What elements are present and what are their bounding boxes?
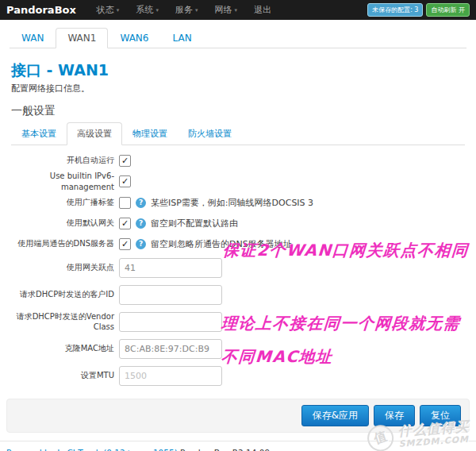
- nav-item-logout[interactable]: 退出: [254, 4, 271, 16]
- caret-down-icon: ▾: [155, 7, 159, 13]
- client-id-input[interactable]: [119, 285, 222, 305]
- form-row: Use builtin IPv6-management✓: [5, 171, 465, 192]
- field-control: ✓?留空则不配置默认路由: [119, 218, 238, 229]
- form-row: 请求DHCP时发送的客户ID: [5, 281, 465, 308]
- nav-item-services[interactable]: 服务▾: [175, 4, 198, 16]
- caret-down-icon: ▾: [234, 7, 237, 13]
- field-label: 请求DHCP时发送的Vendor Class: [5, 311, 119, 333]
- save-apply-button[interactable]: 保存&应用: [301, 405, 369, 426]
- field-label: 使用网关跃点: [5, 262, 119, 273]
- ipv6-management-checkbox[interactable]: ✓: [119, 175, 131, 187]
- form-row: 使用广播标签?某些ISP需要，例如:同轴线网络DOCSIS 3: [5, 192, 465, 213]
- caret-down-icon: ▾: [117, 7, 120, 13]
- footer-powered-link[interactable]: Powered by LuCI Trunk (0.12+svn-r1055): [6, 448, 178, 451]
- tab-basic-settings[interactable]: 基本设置: [11, 122, 67, 145]
- help-text: 某些ISP需要，例如:同轴线网络DOCSIS 3: [151, 197, 313, 209]
- tab-advanced-settings[interactable]: 高级设置: [67, 122, 122, 145]
- settings-tabs: 基本设置高级设置物理设置防火墙设置: [11, 122, 465, 145]
- gateway-metric-input[interactable]: [119, 258, 222, 278]
- nav-item-label: 服务: [175, 4, 193, 16]
- main-content: 接口 - WAN1 配置网络接口信息。 一般设置 基本设置高级设置物理设置防火墙…: [0, 60, 476, 389]
- nav-item-network[interactable]: 网络▾: [214, 4, 237, 16]
- nav-item-label: 网络: [214, 4, 232, 16]
- help-text: 留空则不配置默认路由: [151, 218, 238, 229]
- help-icon: ?: [136, 218, 146, 229]
- mtu-input[interactable]: [119, 366, 222, 386]
- nav-menus: 状态▾系统▾服务▾网络▾退出: [97, 4, 288, 16]
- annotation-text: 理论上不接在同一个网段就无需: [221, 313, 461, 334]
- tab-wan[interactable]: WAN: [10, 28, 56, 48]
- tab-physical-settings[interactable]: 物理设置: [122, 122, 178, 145]
- form-row: 开机自动运行✓: [5, 150, 465, 171]
- nav-item-label: 系统: [136, 4, 153, 16]
- nav-badges: 未保存的配置: 3自动刷新 开: [367, 3, 470, 17]
- footer-version: PandoraBox R2 14.09: [180, 448, 270, 451]
- field-label: 设置MTU: [5, 370, 119, 381]
- field-control: ✓: [119, 175, 131, 187]
- field-label: 请求DHCP时发送的客户ID: [5, 289, 119, 300]
- field-control: ?某些ISP需要，例如:同轴线网络DOCSIS 3: [119, 197, 313, 209]
- tab-lan[interactable]: LAN: [160, 28, 203, 48]
- nav-item-label: 状态: [97, 4, 114, 16]
- default-gateway-checkbox[interactable]: ✓: [119, 218, 131, 229]
- form-row: 使用默认网关✓?留空则不配置默认路由: [5, 213, 465, 233]
- tab-wan6[interactable]: WAN6: [108, 28, 160, 48]
- annotation-text: 不同MAC地址: [221, 346, 333, 368]
- field-label: 使用端局通告的DNS服务器: [5, 238, 119, 249]
- field-control: [119, 366, 222, 386]
- field-label: 使用默认网关: [5, 218, 119, 229]
- badge-unsaved-changes[interactable]: 未保存的配置: 3: [367, 3, 423, 17]
- help-icon: ?: [136, 239, 146, 249]
- field-control: [119, 312, 222, 332]
- field-control: ✓: [119, 155, 131, 167]
- nav-item-status[interactable]: 状态▾: [97, 4, 120, 16]
- clone-mac-input[interactable]: [119, 339, 222, 359]
- peer-dns-checkbox[interactable]: ✓: [119, 238, 131, 250]
- field-label: 开机自动运行: [5, 155, 119, 166]
- tab-wan1[interactable]: WAN1: [56, 28, 108, 48]
- section-title: 一般设置: [11, 104, 465, 118]
- field-label: 使用广播标签: [5, 197, 119, 208]
- nav-item-system[interactable]: 系统▾: [136, 4, 159, 16]
- vendor-class-input[interactable]: [119, 312, 222, 332]
- watermark-text: 什么值得买 SMZDM.COM: [397, 420, 470, 449]
- page-title: 接口 - WAN1: [11, 60, 465, 81]
- nav-brand[interactable]: PandoraBox: [6, 4, 76, 16]
- caret-down-icon: ▾: [195, 7, 198, 13]
- pandorabox-admin-page: PandoraBox 状态▾系统▾服务▾网络▾退出 未保存的配置: 3自动刷新 …: [0, 0, 476, 451]
- field-label: 克隆MAC地址: [5, 343, 119, 354]
- smzdm-logo-icon: 值: [364, 422, 397, 451]
- broadcast-flag-checkbox[interactable]: [119, 197, 131, 209]
- nav-item-label: 退出: [254, 4, 271, 16]
- tab-firewall-settings[interactable]: 防火墙设置: [178, 122, 242, 145]
- field-control: [119, 285, 222, 305]
- field-label: Use builtin IPv6-management: [5, 171, 119, 192]
- interface-tabs: WANWAN1WAN6LAN: [10, 28, 466, 48]
- field-control: [119, 339, 222, 359]
- autostart-checkbox[interactable]: ✓: [119, 155, 131, 167]
- field-control: [119, 258, 222, 278]
- annotation-text: 保证2个WAN口网关跃点不相同: [222, 240, 470, 261]
- badge-auto-refresh[interactable]: 自动刷新 开: [426, 3, 470, 17]
- help-icon: ?: [136, 198, 146, 208]
- top-navbar: PandoraBox 状态▾系统▾服务▾网络▾退出 未保存的配置: 3自动刷新 …: [0, 0, 476, 20]
- page-subtitle: 配置网络接口信息。: [11, 83, 465, 94]
